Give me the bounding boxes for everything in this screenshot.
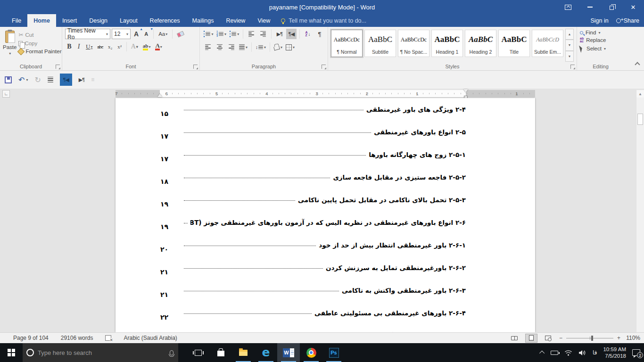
- zoom-out-button[interactable]: −: [559, 335, 562, 341]
- first-line-indent-marker[interactable]: [463, 89, 468, 92]
- font-name-combo[interactable]: Times New Ro▾: [65, 29, 110, 39]
- toc-entry[interactable]: ۲-۵-۳ تحمل بالای ناکامی در مقابل تحمل پا…: [160, 189, 466, 211]
- find-button[interactable]: Find▾: [580, 30, 621, 35]
- decrease-indent-button[interactable]: [246, 29, 256, 39]
- font-color-button[interactable]: A▾: [153, 42, 164, 51]
- ltr-text-direction-button[interactable]: ▶¶: [274, 29, 285, 39]
- collapse-ribbon-button[interactable]: [635, 62, 640, 67]
- toc-entry[interactable]: ۲-۵ انواع باورهای غیرمنطقی۱۷: [160, 121, 466, 143]
- style-chip-5[interactable]: AaBbCTitle: [498, 30, 530, 57]
- read-mode-button[interactable]: [508, 334, 520, 343]
- search-input[interactable]: [38, 349, 166, 356]
- align-left-button[interactable]: [203, 42, 213, 52]
- zoom-in-button[interactable]: +: [617, 335, 620, 341]
- styles-dialog-launcher[interactable]: [570, 65, 575, 69]
- highlight-button[interactable]: ab▾: [141, 42, 153, 51]
- line-spacing-button[interactable]: ↕▾: [255, 42, 267, 52]
- underline-button[interactable]: U▾: [84, 42, 94, 51]
- clipboard-dialog-launcher[interactable]: [56, 65, 60, 69]
- change-case-button[interactable]: Aa▾: [157, 29, 169, 39]
- proofing-errors-icon[interactable]: [105, 335, 111, 341]
- tab-home[interactable]: Home: [27, 14, 56, 27]
- styles-scroll-up-button[interactable]: ▲: [565, 29, 574, 40]
- paragraph-dialog-launcher[interactable]: [322, 65, 326, 69]
- multilevel-list-button[interactable]: ▾: [229, 29, 240, 39]
- file-explorer-button[interactable]: [232, 343, 255, 362]
- save-button[interactable]: [5, 76, 12, 83]
- tab-references[interactable]: References: [144, 14, 186, 27]
- font-dialog-launcher[interactable]: [193, 65, 198, 69]
- tab-mailings[interactable]: Mailings: [186, 14, 220, 27]
- microsoft-store-button[interactable]: [209, 343, 232, 362]
- toc-entry[interactable]: ۲-۶-۱ باور غیرمنطقی انتظار بیش از حد از …: [160, 234, 466, 256]
- styles-scroll-down-button[interactable]: ▼: [565, 40, 574, 50]
- toc-entry[interactable]: ۲-۶-۳ باور غیرمنطقی واکنش به ناکامی۲۱: [160, 279, 466, 302]
- volume-icon[interactable]: [578, 350, 586, 356]
- toc-entry[interactable]: ۲-۵-۲ فاجعه ستیزی در مقابل فاجعه سازی۱۸: [160, 166, 466, 189]
- toc-entry[interactable]: ۲-۶-۵ باور غیرمنطقی نگرانی زیاد توام با …: [160, 324, 466, 332]
- microphone-icon[interactable]: [170, 350, 173, 355]
- print-layout-button[interactable]: [525, 334, 537, 343]
- bullets-button[interactable]: ▾: [203, 29, 214, 39]
- copy-button[interactable]: Copy: [18, 41, 61, 46]
- paste-button[interactable]: Paste ▾: [3, 29, 17, 62]
- toc-entry[interactable]: ۲-۶ انواع باورهای غیرمنطقی در نظریه الیس…: [160, 211, 466, 234]
- input-language-indicator[interactable]: فا: [593, 349, 597, 356]
- word-count[interactable]: 29106 words: [61, 335, 93, 341]
- superscript-button[interactable]: x²: [116, 42, 124, 51]
- scroll-up-arrow[interactable]: ▲: [636, 90, 644, 98]
- clock[interactable]: 10:59 AM 7/5/2018: [603, 346, 626, 359]
- toc-entry[interactable]: ۲-۴ ویژگی های باور غیرمنطقی۱۵: [160, 98, 466, 121]
- action-center-icon[interactable]: 2: [632, 349, 640, 356]
- tab-layout[interactable]: Layout: [114, 14, 144, 27]
- rtl-text-direction-button[interactable]: ¶◀: [286, 29, 297, 39]
- font-size-combo[interactable]: 12▾: [112, 29, 131, 39]
- toc-entry[interactable]: ۲-۶-۲ باورغیرمنطقی تمایل به سرزنش کردن۲۱: [160, 256, 466, 279]
- scrollbar-thumb[interactable]: [637, 114, 643, 125]
- close-button[interactable]: ✕: [622, 0, 644, 14]
- photoshop-button[interactable]: Ps: [322, 343, 345, 362]
- strikethrough-button[interactable]: abc: [95, 42, 105, 51]
- italic-button[interactable]: I: [74, 42, 83, 51]
- undo-button[interactable]: ↶▾: [18, 75, 28, 84]
- word-taskbar-button[interactable]: W: [277, 343, 300, 362]
- align-center-button[interactable]: [215, 42, 225, 52]
- bold-button[interactable]: B: [65, 42, 74, 51]
- clear-formatting-button[interactable]: [175, 29, 186, 39]
- increase-indent-button[interactable]: [258, 29, 268, 39]
- web-layout-button[interactable]: [542, 334, 554, 343]
- share-button[interactable]: Share: [616, 17, 639, 24]
- zoom-slider-thumb[interactable]: [591, 336, 593, 341]
- style-chip-6[interactable]: AaBbCcDSubtle Em...: [532, 30, 563, 57]
- justify-qat-button[interactable]: [48, 77, 53, 82]
- shading-button[interactable]: ▾: [273, 42, 283, 52]
- tab-review[interactable]: Review: [220, 14, 251, 27]
- align-right-button[interactable]: [226, 42, 237, 52]
- tab-design[interactable]: Design: [83, 14, 114, 27]
- restore-button[interactable]: [601, 0, 622, 14]
- hidden-icons-chevron[interactable]: [539, 351, 545, 356]
- justify-button[interactable]: ▾: [238, 42, 248, 52]
- replace-button[interactable]: abacReplace: [580, 37, 621, 43]
- grow-font-button[interactable]: A▲: [132, 29, 140, 39]
- format-painter-button[interactable]: Format Painter: [18, 49, 61, 54]
- tellme-box[interactable]: Tell me what you want to do...: [281, 14, 366, 27]
- start-button[interactable]: [0, 343, 23, 362]
- tab-stop-selector[interactable]: ∟: [2, 90, 10, 98]
- language-indicator[interactable]: Arabic (Saudi Arabia): [124, 335, 177, 341]
- cut-button[interactable]: ✂Cut: [18, 32, 61, 38]
- ltr-paragraph-toggle[interactable]: ▶¶: [79, 77, 84, 83]
- horizontal-ruler[interactable]: 76543211: [116, 90, 535, 97]
- tab-view[interactable]: View: [251, 14, 276, 27]
- style-chip-3[interactable]: AaBbCHeading 1: [431, 30, 463, 57]
- page-indicator[interactable]: Page 9 of 104: [13, 335, 49, 341]
- taskbar-search[interactable]: [23, 343, 178, 362]
- shrink-font-button[interactable]: A▼: [142, 29, 150, 39]
- toc-entry[interactable]: ۲-۶-۴ باورهای غیرمنطقی بی مسئولیتی عاطفی…: [160, 302, 466, 324]
- edge-button[interactable]: e: [255, 343, 277, 362]
- sign-in-link[interactable]: Sign in: [590, 17, 608, 24]
- vertical-scrollbar[interactable]: ▲: [636, 90, 644, 332]
- toc-entry[interactable]: ۲-۵-۱ زوج های چهارگانه باورها۱۷: [160, 143, 466, 166]
- numbering-button[interactable]: 123▾: [215, 29, 227, 39]
- tab-insert[interactable]: Insert: [56, 14, 83, 27]
